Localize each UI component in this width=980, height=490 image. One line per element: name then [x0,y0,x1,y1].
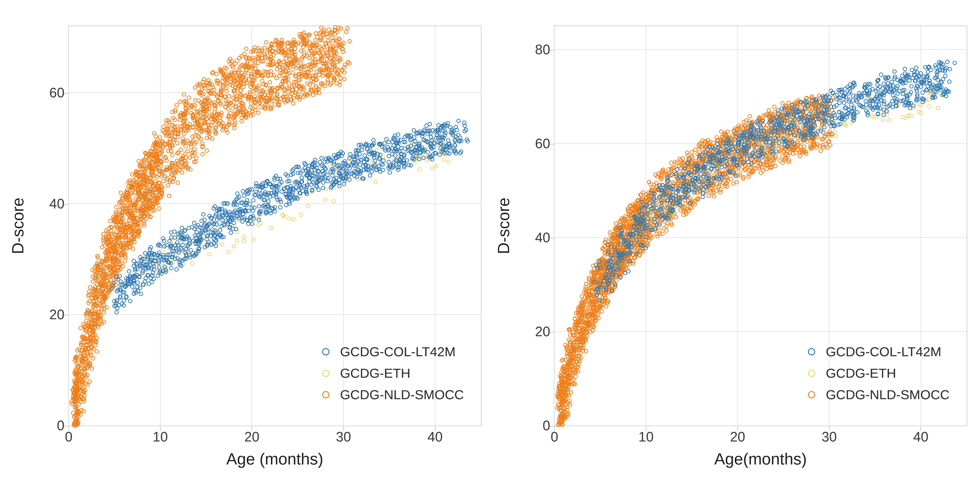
scatter-point [667,216,671,221]
scatter-point [145,154,149,159]
scatter-point [777,130,781,135]
scatter-point [611,240,616,244]
scatter-point [94,303,98,307]
scatter-point [169,266,173,270]
scatter-point [692,162,697,166]
scatter-point [706,179,711,183]
scatter-point [78,372,82,377]
scatter-point [560,380,564,384]
scatter-point [762,152,766,156]
scatter-point [145,257,150,261]
scatter-point [590,288,594,292]
scatter-point [243,94,247,98]
scatter-point [743,148,747,153]
scatter-point [744,150,748,154]
scatter-point [711,156,716,160]
scatter-point [134,223,138,227]
scatter-point [364,157,368,161]
scatter-point [218,228,222,232]
scatter-point [172,177,176,181]
scatter-point [361,177,365,181]
scatter-point [207,99,212,103]
scatter-point [832,105,836,109]
scatter-point [648,210,652,215]
legend: GCDG-COL-LT42MGCDG-ETHGCDG-NLD-SMOCC [804,334,954,413]
scatter-point [243,64,247,68]
scatter-point [150,199,154,203]
scatter-point [589,286,593,290]
scatter-point [143,192,147,197]
scatter-point [751,170,755,174]
scatter-point [716,161,721,165]
scatter-point [131,237,136,242]
scatter-point [337,184,342,188]
scatter-point [245,62,250,66]
scatter-point [745,142,749,146]
scatter-point [213,214,218,218]
scatter-point [155,186,159,191]
scatter-point [810,128,815,132]
scatter-point [937,64,942,68]
scatter-point [764,113,768,118]
scatter-point [667,200,671,204]
scatter-point [703,170,708,175]
scatter-point [613,262,617,266]
scatter-point [779,148,783,152]
scatter-point [649,210,653,215]
scatter-point [233,121,237,126]
scatter-point [256,74,260,78]
scatter-point [568,371,573,375]
scatter-point [93,275,97,280]
scatter-point [283,95,287,99]
scatter-point [850,110,854,114]
scatter-point [118,288,123,293]
scatter-point [947,89,951,94]
scatter-point [165,269,169,273]
scatter-point [428,158,432,162]
scatter-point [681,175,685,179]
scatter-point [169,130,173,135]
scatter-point [752,159,757,164]
scatter-point [671,196,675,200]
scatter-point [590,325,595,329]
scatter-point [315,43,319,47]
scatter-point [119,217,124,221]
scatter-point [401,140,406,144]
scatter-point [773,119,777,124]
scatter-point [401,140,406,144]
scatter-point [261,204,266,208]
scatter-point [213,229,218,233]
scatter-point [767,144,772,148]
scatter-point [101,283,105,288]
scatter-point [742,160,746,164]
scatter-point [648,210,652,215]
scatter-point [563,391,567,396]
scatter-point [412,128,416,132]
scatter-point [570,356,574,360]
scatter-point [274,185,278,189]
scatter-point [695,177,700,181]
scatter-point [619,256,623,261]
scatter-point [648,222,652,226]
scatter-point [570,348,574,353]
scatter-point [757,118,761,122]
scatter-point [786,138,791,142]
scatter-point [791,145,795,149]
scatter-point [344,162,348,167]
scatter-point [138,191,142,195]
scatter-point [179,114,183,118]
scatter-point [81,386,86,390]
scatter-point [597,316,601,320]
scatter-point [881,96,886,100]
scatter-point [253,67,258,71]
scatter-point [708,158,712,162]
scatter-point [269,42,274,46]
scatter-point [417,143,421,147]
scatter-point [611,257,615,261]
scatter-point [776,137,781,141]
scatter-point [102,296,106,301]
scatter-point [220,207,224,211]
scatter-point [93,321,97,326]
scatter-point [803,137,808,142]
scatter-point [77,377,82,382]
